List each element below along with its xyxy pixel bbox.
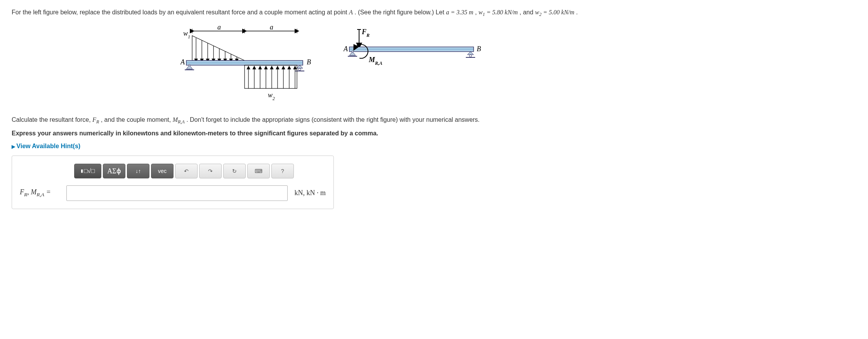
dim-a-right: a xyxy=(270,26,273,31)
instr-mid: , and the couple moment, xyxy=(101,116,173,123)
a-value: a = 3.35 m xyxy=(446,9,473,16)
svg-point-35 xyxy=(352,51,353,52)
equation-toolbar: ▮□√□ ΑΣϕ ↓↑ vec ↶ ↷ ↻ ⌨ ? xyxy=(74,164,326,178)
right-figure: FR A B MR,A xyxy=(338,26,485,76)
point-A-ref: A xyxy=(349,9,353,16)
w2-label: w2 xyxy=(268,91,275,101)
instr-prefix: Calculate the resultant force, xyxy=(12,116,92,123)
left-figure: a a w1 A B xyxy=(175,26,314,103)
answer-units: kN, kN · m xyxy=(292,189,326,197)
undo-button[interactable]: ↶ xyxy=(175,164,198,178)
answer-row: FR, MR,A = kN, kN · m xyxy=(20,185,326,201)
fr-sub: R xyxy=(96,119,99,125)
vector-button[interactable]: vec xyxy=(151,164,174,178)
svg-rect-14 xyxy=(186,61,303,65)
answer-variable-label: FR, MR,A = xyxy=(20,188,62,198)
w1-val: = 5.80 kN/m xyxy=(485,9,518,16)
dim-a-left: a xyxy=(217,26,221,31)
svg-marker-37 xyxy=(467,52,474,55)
w1-var: w xyxy=(479,9,483,16)
mra-sym: M xyxy=(173,116,178,123)
help-icon: ? xyxy=(281,168,284,174)
hints-label: View Available Hint(s) xyxy=(16,143,80,149)
format-instruction: Express your answers numerically in kilo… xyxy=(12,130,856,137)
point-A-left: A xyxy=(180,58,185,66)
reset-icon: ↻ xyxy=(232,168,237,174)
undo-icon: ↶ xyxy=(184,168,189,174)
svg-marker-18 xyxy=(297,65,303,68)
sep1: , xyxy=(475,9,479,16)
subscript-button[interactable]: ↓↑ xyxy=(127,164,149,178)
template-button[interactable]: ▮□√□ xyxy=(74,164,101,178)
problem-statement: For the left figure below, replace the d… xyxy=(12,8,856,18)
calculation-instruction: Calculate the resultant force, FR , and … xyxy=(12,115,856,126)
redo-button[interactable]: ↷ xyxy=(199,164,222,178)
problem-text-1: For the left figure below, replace the d… xyxy=(12,9,349,16)
help-button[interactable]: ? xyxy=(271,164,294,178)
MRA-label: MR,A xyxy=(368,56,382,66)
instr-suffix: . Don't forget to include the appropriat… xyxy=(186,116,479,123)
figure-container: a a w1 A B xyxy=(12,26,856,103)
fr-sym: F xyxy=(92,116,96,123)
svg-point-16 xyxy=(189,64,190,66)
point-A-right: A xyxy=(343,45,348,53)
answer-input[interactable] xyxy=(66,185,288,201)
problem-text-2: . (See the right figure below.) Let xyxy=(354,9,446,16)
point-B-right: B xyxy=(477,45,481,53)
point-B-left: B xyxy=(307,58,311,66)
mra-sub: R,A xyxy=(178,119,185,125)
sep2: , and xyxy=(519,9,535,16)
w2-var: w xyxy=(535,9,539,16)
period: . xyxy=(576,9,578,16)
keyboard-button[interactable]: ⌨ xyxy=(247,164,270,178)
w2-val: = 5.00 kN/m xyxy=(542,9,575,16)
keyboard-icon: ⌨ xyxy=(255,168,262,174)
w1-label: w1 xyxy=(183,29,190,40)
answer-box: ▮□√□ ΑΣϕ ↓↑ vec ↶ ↷ ↻ ⌨ ? FR, MR,A = kN,… xyxy=(12,156,334,209)
reset-button[interactable]: ↻ xyxy=(223,164,246,178)
FR-label: FR xyxy=(361,28,370,38)
redo-icon: ↷ xyxy=(208,168,213,174)
svg-point-38 xyxy=(469,55,472,57)
view-hints-link[interactable]: View Available Hint(s) xyxy=(12,143,80,150)
svg-point-19 xyxy=(299,68,301,71)
greek-button[interactable]: ΑΣϕ xyxy=(103,164,125,178)
